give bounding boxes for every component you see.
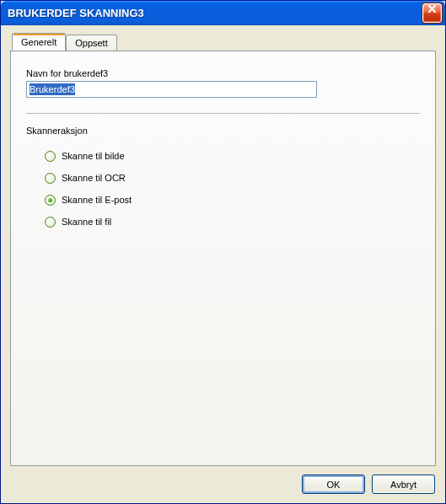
tab-strip: Generelt Oppsett bbox=[12, 33, 117, 51]
radio-scan-to-ocr[interactable]: Skanne til OCR bbox=[45, 171, 420, 185]
tab-label: Generelt bbox=[21, 37, 56, 47]
ok-button[interactable]: OK bbox=[302, 475, 365, 494]
window-title: BRUKERDEF SKANNING3 bbox=[8, 7, 144, 19]
separator bbox=[26, 113, 420, 114]
button-label: OK bbox=[327, 480, 341, 490]
radio-icon bbox=[45, 195, 56, 206]
dialog-button-row: OK Avbryt bbox=[302, 475, 435, 494]
radio-label: Skanne til fil bbox=[62, 217, 111, 227]
radio-scan-to-email[interactable]: Skanne til E-post bbox=[45, 193, 420, 206]
name-field-label: Navn for brukerdef3 bbox=[26, 68, 420, 78]
name-input[interactable]: Brukerdef3 bbox=[26, 81, 317, 98]
scanner-action-group: Skanne til bilde Skanne til OCR Skanne t… bbox=[45, 149, 420, 228]
radio-scan-to-image[interactable]: Skanne til bilde bbox=[45, 149, 420, 163]
tab-panel-generelt: Navn for brukerdef3 Brukerdef3 Skannerak… bbox=[10, 51, 436, 466]
tab-label: Oppsett bbox=[75, 38, 108, 48]
radio-scan-to-file[interactable]: Skanne til fil bbox=[45, 215, 420, 228]
button-label: Avbryt bbox=[390, 480, 416, 490]
tab-generelt[interactable]: Generelt bbox=[12, 33, 66, 51]
name-input-value: Brukerdef3 bbox=[30, 83, 75, 95]
dialog-window: BRUKERDEF SKANNING3 Generelt Oppsett Nav… bbox=[0, 0, 446, 504]
cancel-button[interactable]: Avbryt bbox=[372, 475, 435, 494]
close-button[interactable] bbox=[422, 3, 442, 23]
scanner-action-label: Skanneraksjon bbox=[26, 126, 420, 136]
radio-label: Skanne til OCR bbox=[62, 173, 126, 183]
client-area: Generelt Oppsett Navn for brukerdef3 Bru… bbox=[1, 25, 445, 503]
radio-icon bbox=[45, 151, 56, 162]
tab-oppsett[interactable]: Oppsett bbox=[66, 35, 117, 51]
radio-icon bbox=[45, 173, 56, 184]
radio-label: Skanne til bilde bbox=[62, 151, 125, 161]
close-icon bbox=[427, 4, 437, 13]
radio-icon bbox=[45, 217, 56, 228]
radio-label: Skanne til E-post bbox=[62, 195, 132, 205]
titlebar: BRUKERDEF SKANNING3 bbox=[1, 1, 445, 25]
